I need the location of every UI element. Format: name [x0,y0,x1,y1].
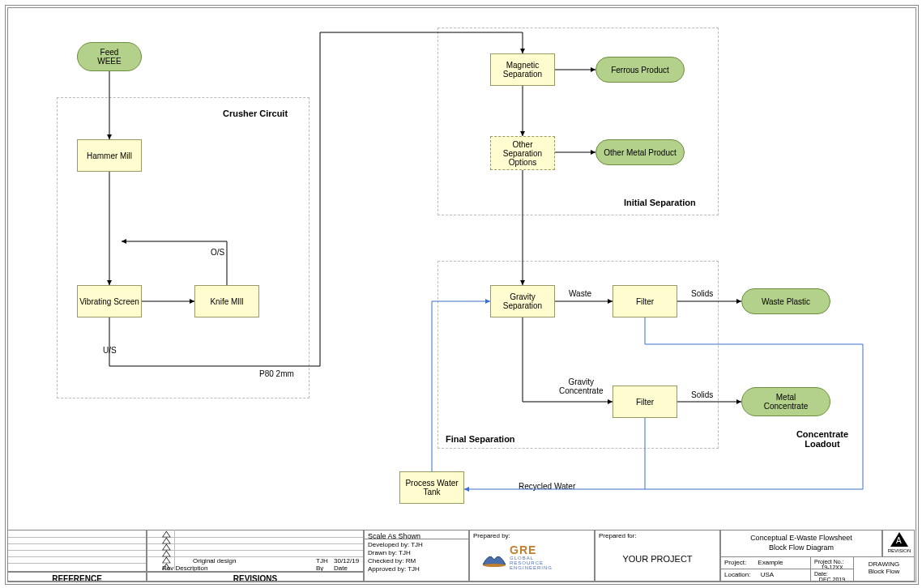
group-crusher-label: Crusher Circuit [223,109,288,118]
label-waste: Waste [569,289,591,298]
logo-sub: GLOBAL RESOURCE ENGINEERING [510,556,553,570]
tb-rev-by: By [316,565,323,572]
node-gravsep: Gravity Separation [490,285,555,317]
node-pwt: Process Water Tank [399,471,464,504]
logo-brand: GRE [510,543,536,556]
group-initsep [438,28,719,215]
label-us: U/S [103,346,117,355]
tb-revisions: REVISIONS [147,572,364,582]
tb-proj-lbl: Project: [724,559,746,566]
group-concload-label: Concentrate Loadout [782,429,863,449]
tb-proj: Example [758,559,783,566]
node-othermetal: Other Metal Product [595,139,685,165]
tb-dev: Developed by: TJH [368,541,465,549]
tb-prepby-lbl: Prepared by: [473,532,591,539]
label-solids1: Solids [691,289,713,298]
node-hammer: Hammer Mill [77,139,142,172]
tb-date: DEC 2019 [814,577,850,582]
tb-projno-lbl: Project No.: [814,559,850,565]
label-recwater: Recycled Water [519,482,575,491]
node-feed: Feed WEEE [77,42,142,71]
revision-triangle-icon [890,532,908,547]
node-wasteplastic: Waste Plastic [741,288,830,314]
tb-prepfor-lbl: Prepared for: [599,532,716,539]
tb-rev-label: REVISION [883,548,915,553]
node-magsep: Magnetic Separation [490,53,555,86]
tb-orig-date: 30/12/19 [334,557,359,565]
tb-title2: Block Flow Diagram [724,543,878,552]
node-vscreen: Vibrating Screen [77,285,142,317]
tb-orig-by: TJH [316,557,328,565]
group-initsep-label: Initial Separation [624,198,696,207]
tb-your-project: YOUR PROJECT [599,554,716,564]
tb-drawing: Block Flow [857,568,911,575]
tb-date-lbl: Date: [814,571,850,577]
tb-approved: Approved by: TJH [368,565,465,573]
tb-checked: Checked by: RM [368,557,465,565]
label-gravconc: Gravity Concentrate [559,377,603,395]
group-finalsep-label: Final Separation [446,434,515,444]
node-othersep: Other Separation Options [490,136,555,170]
tb-reference: REFERENCE [7,572,147,582]
node-ferrous: Ferrous Product [595,57,685,83]
node-filter2: Filter [613,386,677,418]
label-solids2: Solids [691,390,713,399]
title-block: REFERENCE REVISIONS Original design TJH … [7,530,915,582]
svg-point-10 [483,564,506,567]
tb-loc-lbl: Location: [724,571,750,578]
tb-title1: Conceptual E-Waste Flowsheet [724,534,878,542]
tb-drawn: Drawn by: TJH [368,549,465,557]
logo: GREGLOBAL RESOURCE ENGINEERING [481,547,553,570]
node-knife: Knife MIll [194,285,259,317]
tb-orig-desc: Original design [193,557,236,565]
tb-rev-date: Date [334,565,348,572]
node-filter1: Filter [613,285,677,317]
tb-loc: USA [761,571,774,578]
label-os: O/S [211,248,224,257]
label-p80: P80 2mm [259,369,294,378]
tb-drawing-lbl: DRAWING [857,560,911,568]
node-metalconc: Metal Concentrate [741,387,830,416]
